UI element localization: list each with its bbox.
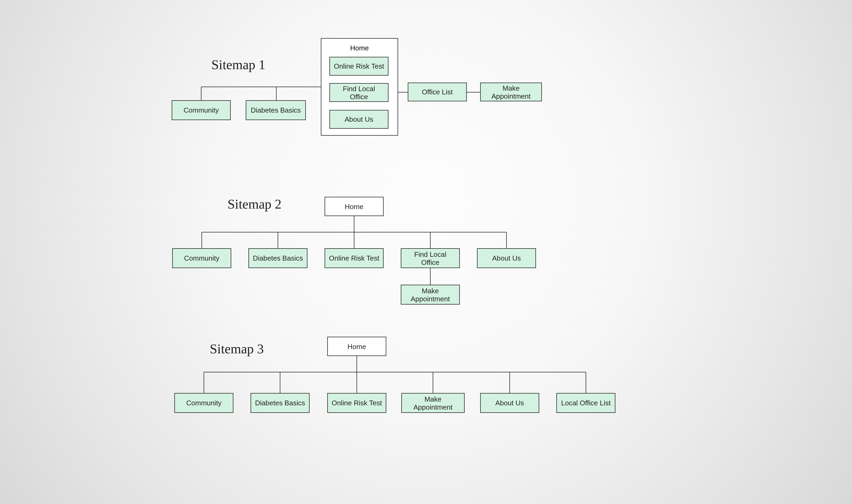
sitemap2-community: Community [172, 248, 231, 268]
sitemap3-diabetes-basics: Diabetes Basics [250, 393, 310, 413]
sitemap1-about-us: About Us [329, 110, 388, 129]
sitemap3-make-appointment: Make Appointment [401, 393, 465, 413]
sitemap2-home: Home [325, 197, 384, 216]
sitemap2-online-risk-test: Online Risk Test [325, 248, 384, 268]
sitemap3-local-office-list: Local Office List [556, 393, 615, 413]
sitemap1-office-list: Office List [408, 83, 467, 101]
sitemap2-find-local-office: Find Local Office [401, 248, 460, 268]
sitemap1-online-risk-test: Online Risk Test [329, 57, 388, 76]
sitemap1-make-appointment: Make Appointment [480, 83, 542, 101]
sitemap3-community: Community [174, 393, 233, 413]
sitemap1-title: Sitemap 1 [211, 57, 265, 72]
sitemap2-make-appointment: Make Appointment [401, 285, 460, 305]
sitemap3-home: Home [327, 337, 386, 356]
sitemap1-diabetes-basics: Diabetes Basics [246, 100, 306, 120]
sitemap1-home-label: Home [321, 44, 398, 52]
sitemap1-find-local-office: Find Local Office [329, 83, 388, 102]
sitemap2-title: Sitemap 2 [227, 197, 281, 212]
sitemap3-about-us: About Us [480, 393, 539, 413]
sitemap2-about-us: About Us [477, 248, 536, 268]
sitemap3-title: Sitemap 3 [210, 342, 264, 357]
sitemap3-online-risk-test: Online Risk Test [327, 393, 386, 413]
sitemap2-diabetes-basics: Diabetes Basics [248, 248, 308, 268]
sitemap1-community: Community [172, 100, 231, 120]
